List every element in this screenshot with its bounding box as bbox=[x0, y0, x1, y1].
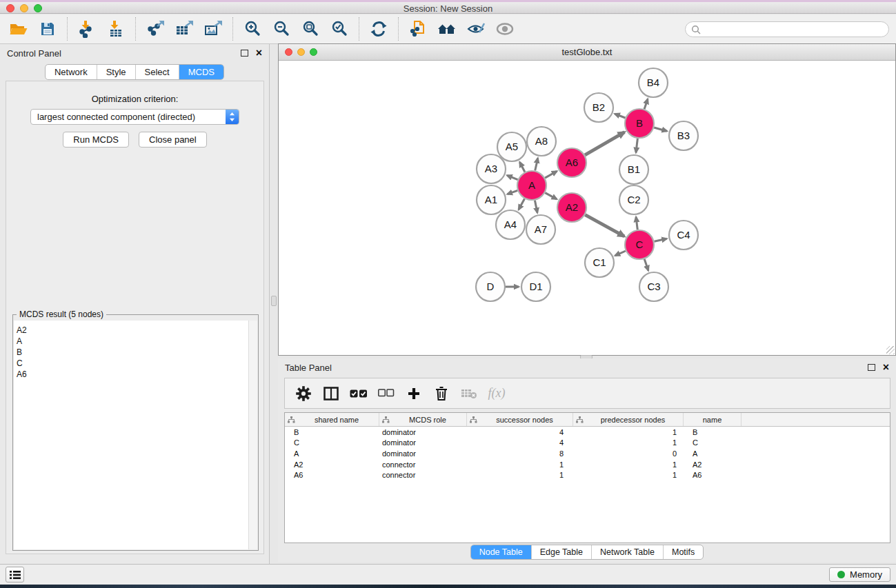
mcds-result-scrollbar[interactable] bbox=[248, 321, 257, 549]
search-input[interactable] bbox=[701, 25, 883, 34]
graph-node-A4[interactable]: A4 bbox=[496, 210, 525, 239]
open-session-button[interactable] bbox=[4, 17, 33, 41]
network-graph-canvas[interactable]: B4B2BB3A5A8A6B1A3AC2A1A2A4A7C4CC1C3DD1 bbox=[279, 61, 895, 355]
graph-node-A2[interactable]: A2 bbox=[557, 193, 586, 222]
import-table-button[interactable] bbox=[101, 17, 130, 41]
graph-edge-A-A8[interactable] bbox=[535, 158, 538, 170]
table-row[interactable]: A6connector11A6 bbox=[285, 469, 890, 480]
graph-edge-A-A6[interactable] bbox=[545, 171, 557, 178]
column-header-name[interactable]: name bbox=[684, 413, 741, 426]
table-cell[interactable]: C bbox=[285, 438, 379, 447]
tab-style[interactable]: Style bbox=[97, 65, 135, 79]
float-panel-icon[interactable] bbox=[868, 364, 875, 371]
table-cell[interactable]: B bbox=[684, 428, 741, 436]
vertical-split-divider[interactable] bbox=[270, 44, 278, 564]
memory-button[interactable]: Memory bbox=[829, 567, 890, 582]
show-hide-overview-button[interactable] bbox=[490, 17, 519, 41]
show-columns-button[interactable] bbox=[319, 382, 343, 405]
tab-node-table[interactable]: Node Table bbox=[471, 545, 531, 559]
graph-node-A[interactable]: A bbox=[517, 171, 546, 200]
select-all-columns-button[interactable] bbox=[347, 382, 370, 405]
zoom-fit-button[interactable] bbox=[296, 17, 325, 41]
table-cell[interactable]: 4 bbox=[467, 438, 573, 447]
graph-node-C2[interactable]: C2 bbox=[619, 185, 648, 214]
table-cell[interactable]: dominator bbox=[379, 428, 467, 436]
graph-edge-B-B3[interactable] bbox=[654, 128, 667, 131]
table-cell[interactable]: A bbox=[684, 449, 741, 458]
divider-handle[interactable] bbox=[271, 296, 277, 306]
table-cell[interactable]: C bbox=[684, 438, 741, 447]
graph-node-B1[interactable]: B1 bbox=[619, 155, 648, 184]
graph-node-B[interactable]: B bbox=[625, 109, 654, 138]
table-cell[interactable]: dominator bbox=[379, 438, 467, 447]
graph-edge-C-C1[interactable] bbox=[615, 251, 626, 256]
tab-edge-table[interactable]: Edge Table bbox=[531, 545, 591, 559]
graph-edge-A-A7[interactable] bbox=[535, 201, 537, 213]
run-mcds-button[interactable]: Run MCDS bbox=[63, 132, 129, 148]
close-panel-icon[interactable]: × bbox=[883, 363, 889, 372]
deselect-all-columns-button[interactable] bbox=[375, 382, 398, 405]
window-resize-grip[interactable] bbox=[886, 346, 895, 354]
table-row[interactable]: A2connector11A2 bbox=[285, 459, 890, 470]
table-cell[interactable]: A2 bbox=[684, 460, 741, 469]
tab-mcds[interactable]: MCDS bbox=[179, 65, 223, 79]
home-button[interactable] bbox=[432, 17, 461, 41]
zoom-out-button[interactable] bbox=[267, 17, 296, 41]
table-row[interactable]: Cdominator41C bbox=[285, 438, 890, 449]
table-cell[interactable]: dominator bbox=[379, 449, 467, 458]
graph-node-B4[interactable]: B4 bbox=[639, 68, 668, 97]
mcds-result-item[interactable]: A bbox=[17, 336, 246, 347]
table-cell[interactable]: B bbox=[285, 428, 379, 436]
add-column-button[interactable] bbox=[402, 382, 426, 405]
graph-node-C[interactable]: C bbox=[625, 230, 654, 259]
graph-node-C3[interactable]: C3 bbox=[639, 272, 668, 301]
graph-node-C1[interactable]: C1 bbox=[585, 248, 614, 277]
table-cell[interactable]: 8 bbox=[467, 449, 573, 458]
table-cell[interactable]: A6 bbox=[684, 471, 741, 479]
graph-edge-B-B1[interactable] bbox=[636, 139, 637, 152]
table-cell[interactable]: 1 bbox=[573, 438, 684, 447]
column-header-predecessor-nodes[interactable]: predecessor nodes bbox=[573, 413, 684, 426]
graph-edge-A-A3[interactable] bbox=[507, 175, 517, 179]
graph-edge-C-C2[interactable] bbox=[636, 217, 637, 230]
graph-node-D1[interactable]: D1 bbox=[521, 272, 550, 301]
column-header-mcds-role[interactable]: MCDS role bbox=[379, 413, 467, 426]
table-cell[interactable]: 4 bbox=[467, 428, 573, 436]
mcds-result-item[interactable]: A6 bbox=[17, 369, 246, 380]
close-panel-icon[interactable]: × bbox=[256, 48, 262, 58]
delete-table-button[interactable] bbox=[457, 382, 481, 405]
graph-node-A6[interactable]: A6 bbox=[557, 148, 586, 177]
graph-edge-A6-B[interactable] bbox=[585, 132, 624, 155]
tab-network[interactable]: Network bbox=[46, 65, 97, 79]
graph-edge-A-A4[interactable] bbox=[519, 199, 525, 210]
show-task-history-button[interactable] bbox=[6, 567, 24, 582]
table-cell[interactable]: A6 bbox=[285, 471, 379, 479]
new-network-from-selection-button[interactable] bbox=[404, 17, 432, 41]
refresh-view-button[interactable] bbox=[364, 17, 393, 41]
graph-edge-A2-C[interactable] bbox=[585, 215, 624, 236]
function-builder-button[interactable]: f(x) bbox=[485, 382, 508, 405]
mcds-result-item[interactable]: C bbox=[17, 358, 246, 369]
table-cell[interactable]: 1 bbox=[573, 460, 684, 469]
save-session-button[interactable] bbox=[33, 17, 62, 41]
table-cell[interactable]: A2 bbox=[285, 460, 379, 469]
table-cell[interactable]: 1 bbox=[573, 471, 684, 479]
table-cell[interactable]: connector bbox=[379, 460, 467, 469]
toggle-graphics-details-button[interactable] bbox=[461, 17, 490, 41]
table-row[interactable]: Adominator80A bbox=[285, 448, 890, 459]
export-image-button[interactable] bbox=[199, 17, 228, 41]
tab-select[interactable]: Select bbox=[135, 65, 179, 79]
export-table-button[interactable] bbox=[170, 17, 199, 41]
column-header-successor-nodes[interactable]: successor nodes bbox=[467, 413, 573, 426]
column-header-shared-name[interactable]: shared name bbox=[285, 413, 379, 426]
delete-column-button[interactable] bbox=[430, 382, 453, 405]
graph-node-D[interactable]: D bbox=[476, 272, 505, 301]
table-cell[interactable]: 1 bbox=[467, 460, 573, 469]
graph-edge-C-C4[interactable] bbox=[655, 239, 667, 241]
tab-motifs[interactable]: Motifs bbox=[663, 545, 703, 559]
table-row[interactable]: Bdominator41B bbox=[285, 427, 890, 438]
float-panel-icon[interactable] bbox=[241, 50, 248, 57]
table-cell[interactable]: 1 bbox=[573, 428, 684, 436]
graph-node-B2[interactable]: B2 bbox=[584, 93, 613, 122]
table-cell[interactable]: A bbox=[285, 449, 379, 458]
